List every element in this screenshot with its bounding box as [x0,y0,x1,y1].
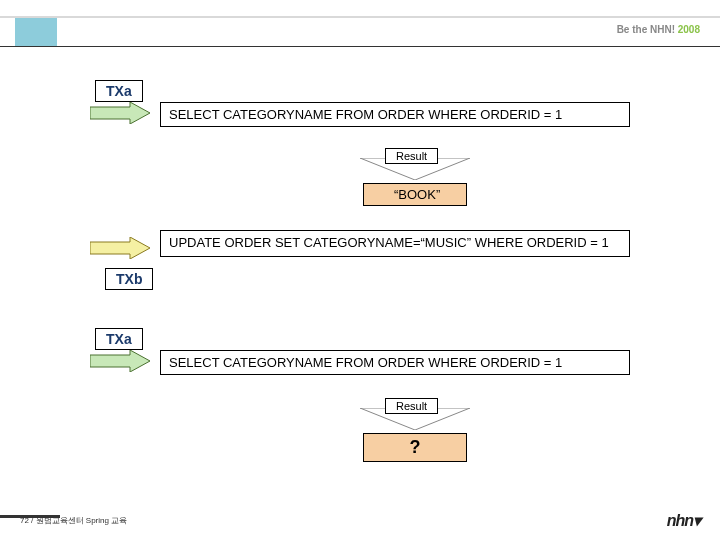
header-rule-bottom [0,46,720,47]
svg-marker-2 [90,237,150,259]
tagline-year: 2008 [678,24,700,35]
arrow-right-icon [90,102,150,124]
svg-marker-0 [90,102,150,124]
header-tagline: Be the NHN! 2008 [617,24,700,35]
diagram-content: TXa SELECT CATEGORYNAME FROM ORDER WHERE… [0,50,720,70]
arrow-right-icon [90,350,150,372]
sql-box-1: SELECT CATEGORYNAME FROM ORDER WHERE ORD… [160,102,630,127]
result-value-1: “BOOK” [363,183,467,206]
sql-text-2: UPDATE ORDER SET CATEGORYNAME=“MUSIC” WH… [169,235,621,252]
sql-box-3: SELECT CATEGORYNAME FROM ORDER WHERE ORD… [160,350,630,375]
tx-label-a2: TXa [95,328,143,350]
header-rule-top [0,16,720,18]
header-accent-box [15,18,57,46]
svg-marker-3 [90,350,150,372]
tagline-prefix: Be the NHN! [617,24,675,35]
slide-header: Be the NHN! 2008 [0,0,720,50]
result-label-2: Result [385,398,438,414]
sql-box-2: UPDATE ORDER SET CATEGORYNAME=“MUSIC” WH… [160,230,630,257]
result-label-1: Result [385,148,438,164]
result-value-2: ? [363,433,467,462]
tx-label-a1: TXa [95,80,143,102]
nhn-logo: nhn▾ [667,511,700,530]
footer-text: 72 / 원범교육센터 Spring 교육 [20,515,127,526]
arrow-right-icon [90,237,150,259]
tx-label-b: TXb [105,268,153,290]
